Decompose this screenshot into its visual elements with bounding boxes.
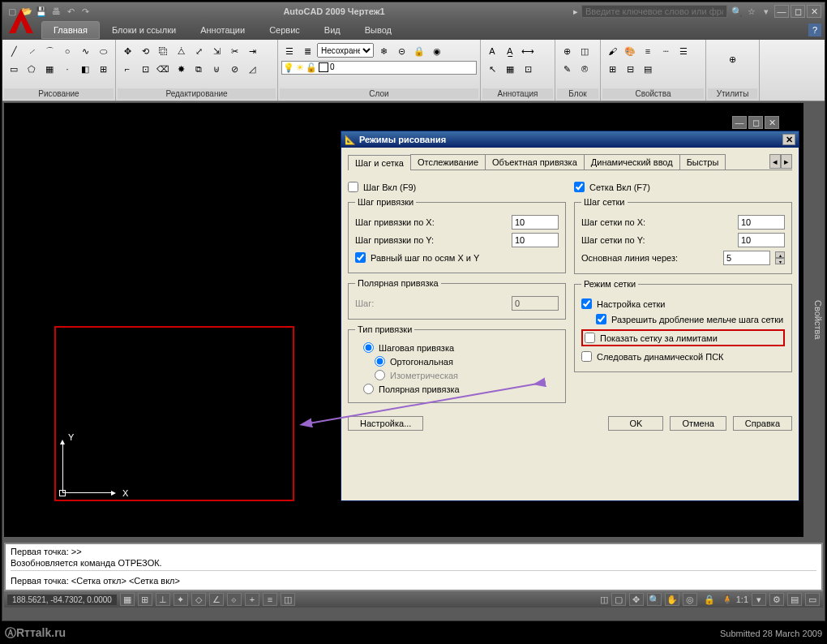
- help-button[interactable]: Справка: [733, 416, 792, 431]
- ellipse-icon[interactable]: ⬭: [95, 43, 111, 59]
- move-icon[interactable]: ✥: [119, 43, 135, 59]
- tab-next-button[interactable]: ▸: [781, 154, 792, 169]
- tab-output[interactable]: Вывод: [353, 21, 404, 39]
- maximize-button[interactable]: ◻: [791, 5, 805, 18]
- dialog-title-bar[interactable]: 📐 Режимы рисования ✕: [341, 131, 799, 148]
- scale-display[interactable]: 1:1: [736, 595, 748, 604]
- color-icon[interactable]: 🎨: [622, 43, 638, 59]
- fillet-icon[interactable]: ⌐: [119, 61, 135, 77]
- panel-props-title[interactable]: Свойства: [602, 88, 704, 99]
- tab-annotations[interactable]: Аннотации: [188, 21, 257, 39]
- mtext-icon[interactable]: A̲: [502, 43, 518, 59]
- extend-icon[interactable]: ⇥: [244, 43, 260, 59]
- tab-quick[interactable]: Быстры: [679, 154, 726, 170]
- tab-dynamic[interactable]: Динамический ввод: [584, 154, 680, 170]
- edit-block-icon[interactable]: ✎: [559, 61, 575, 77]
- tab-main[interactable]: Главная: [41, 21, 100, 39]
- redo-icon[interactable]: ↷: [79, 5, 92, 18]
- scale-icon[interactable]: ⤢: [191, 43, 207, 59]
- offset-icon[interactable]: ⧉: [191, 61, 207, 77]
- dropdown-icon[interactable]: ▾: [760, 5, 773, 18]
- panel-block-title[interactable]: Блок: [557, 88, 598, 99]
- spline-icon[interactable]: ∿: [77, 43, 93, 59]
- command-line[interactable]: Первая точка: >> Возобновляется команда …: [4, 543, 823, 591]
- props4-icon[interactable]: ▤: [640, 61, 656, 77]
- circle-icon[interactable]: ○: [59, 43, 75, 59]
- layer-props-icon[interactable]: ☰: [281, 43, 298, 59]
- ws-icon[interactable]: ⚙: [769, 593, 784, 606]
- field-icon[interactable]: ⊡: [520, 61, 536, 77]
- ducs-toggle[interactable]: ⟐: [227, 593, 242, 606]
- snap-toggle[interactable]: ▦: [120, 593, 135, 606]
- line-icon[interactable]: ╱: [6, 43, 22, 59]
- dlg-max-button[interactable]: ◻: [748, 116, 763, 129]
- app-logo[interactable]: [4, 4, 38, 38]
- point-icon[interactable]: ·: [59, 61, 75, 77]
- hatch-icon[interactable]: ▦: [41, 61, 58, 77]
- tab-blocks[interactable]: Блоки и ссылки: [100, 21, 188, 39]
- search-input[interactable]: [581, 5, 727, 18]
- attr-icon[interactable]: ®: [576, 61, 593, 77]
- clean-icon[interactable]: ▭: [805, 593, 820, 606]
- nav-icon[interactable]: ✥: [629, 593, 644, 606]
- leader-icon[interactable]: ↖: [484, 61, 500, 77]
- star-icon[interactable]: ☆: [745, 5, 758, 18]
- lweight-icon[interactable]: ≡: [640, 43, 656, 59]
- close-button[interactable]: ✕: [807, 5, 821, 18]
- grid-y-input[interactable]: [738, 233, 785, 247]
- follow-ucs-checkbox[interactable]: Следовать динамической ПСК: [581, 351, 785, 362]
- stretch-icon[interactable]: ⇲: [208, 43, 225, 59]
- zoom-icon[interactable]: 🔍: [647, 593, 662, 606]
- layer-lock-icon[interactable]: 🔒: [411, 43, 427, 59]
- array-icon[interactable]: ⊡: [137, 61, 153, 77]
- adaptive-checkbox[interactable]: Настройка сетки: [581, 298, 785, 309]
- table2-icon[interactable]: ▦: [502, 61, 518, 77]
- tab-osnap[interactable]: Объектная привязка: [485, 154, 585, 170]
- polygon-icon[interactable]: ⬠: [24, 61, 40, 77]
- layer-combo[interactable]: Несохране: [317, 43, 374, 58]
- cancel-button[interactable]: Отмена: [670, 416, 726, 431]
- snap-type-step-radio[interactable]: Шаговая привязка: [363, 342, 559, 353]
- rotate-icon[interactable]: ⟲: [137, 43, 153, 59]
- snap-on-checkbox[interactable]: Шаг Вкл (F9): [348, 182, 566, 192]
- major-down-button[interactable]: ▾: [775, 258, 785, 264]
- grid-toggle[interactable]: ⊞: [138, 593, 152, 606]
- measure-icon[interactable]: ⊕: [717, 43, 749, 75]
- layer-off-icon[interactable]: ⊝: [393, 43, 409, 59]
- copy-icon[interactable]: ⿻: [155, 43, 171, 59]
- tab-service[interactable]: Сервис: [257, 21, 312, 39]
- table-icon[interactable]: ⊞: [95, 61, 111, 77]
- insert-icon[interactable]: ⊕: [559, 43, 575, 59]
- tab-prev-button[interactable]: ◂: [769, 154, 781, 169]
- toolbar-icon[interactable]: ▤: [787, 593, 802, 606]
- rect-icon[interactable]: ▭: [6, 61, 22, 77]
- join-icon[interactable]: ⊎: [208, 61, 225, 77]
- tab-view[interactable]: Вид: [312, 21, 353, 39]
- ok-button[interactable]: OK: [608, 416, 663, 431]
- layer-freeze-icon[interactable]: ❄: [375, 43, 392, 59]
- snap-x-input[interactable]: [512, 215, 559, 230]
- scale-menu[interactable]: ▾: [752, 593, 766, 606]
- dlg-min-button[interactable]: —: [732, 116, 747, 129]
- text-icon[interactable]: A: [484, 43, 500, 59]
- create-block-icon[interactable]: ◫: [576, 43, 593, 59]
- lwt-toggle[interactable]: ≡: [263, 593, 277, 606]
- snap-y-input[interactable]: [512, 233, 559, 247]
- arc-icon[interactable]: ⌒: [41, 43, 58, 59]
- dlg-close2-button[interactable]: ✕: [765, 116, 779, 129]
- help-icon[interactable]: ?: [808, 24, 821, 36]
- polar-toggle[interactable]: ✦: [174, 593, 188, 606]
- undo-icon[interactable]: ↶: [64, 5, 77, 18]
- layer-states-icon[interactable]: ≣: [299, 43, 315, 59]
- grid-on-checkbox[interactable]: Сетка Вкл (F7): [574, 182, 792, 192]
- pan-icon[interactable]: ✋: [665, 593, 679, 606]
- break-icon[interactable]: ⊘: [226, 61, 242, 77]
- ortho-toggle[interactable]: ⊥: [156, 593, 170, 606]
- print-icon[interactable]: 🖶: [49, 5, 62, 18]
- panel-utils-title[interactable]: Утилиты: [708, 88, 757, 99]
- erase-icon[interactable]: ⌫: [155, 61, 171, 77]
- major-up-button[interactable]: ▴: [775, 251, 785, 258]
- tab-tracking[interactable]: Отслеживание: [410, 154, 486, 170]
- major-line-input[interactable]: [723, 251, 770, 265]
- mirror-icon[interactable]: ⧊: [173, 43, 189, 59]
